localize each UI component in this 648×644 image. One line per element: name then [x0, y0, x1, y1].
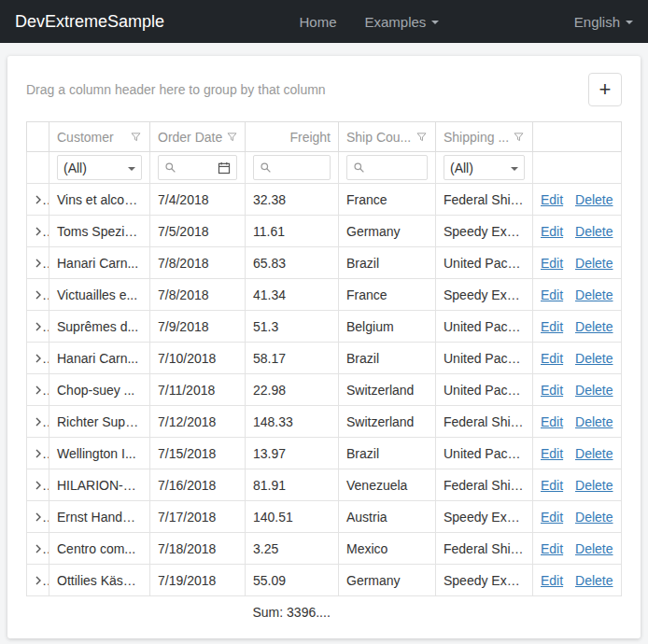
expand-row-cell[interactable] — [27, 501, 49, 533]
nav-item-home[interactable]: Home — [299, 14, 336, 30]
language-selector[interactable]: English — [574, 14, 633, 30]
filter-row: (All) — [27, 152, 622, 184]
column-header-freight[interactable]: Freight — [246, 122, 339, 152]
chevron-down-icon[interactable] — [511, 167, 518, 171]
column-header-ship-country[interactable]: Ship Cou... — [339, 122, 436, 152]
add-row-button[interactable]: + — [588, 73, 622, 106]
delete-link[interactable]: Delete — [575, 256, 613, 271]
delete-link[interactable]: Delete — [575, 541, 613, 556]
edit-link[interactable]: Edit — [541, 319, 563, 334]
chevron-down-icon[interactable] — [128, 167, 135, 171]
chevron-right-icon — [35, 573, 42, 588]
ship-country-filter-input[interactable] — [370, 161, 421, 175]
edit-link[interactable]: Edit — [541, 414, 563, 429]
expand-row-cell[interactable] — [27, 565, 49, 596]
edit-link[interactable]: Edit — [541, 256, 563, 271]
delete-link[interactable]: Delete — [575, 446, 613, 461]
edit-link[interactable]: Edit — [541, 446, 563, 461]
shipping-company-cell: Speedy Expr... — [436, 216, 533, 247]
table-row: Suprêmes d... 7/9/2018 51.3 Belgium Unit… — [27, 311, 622, 343]
chevron-right-icon — [35, 287, 42, 302]
column-header-actions — [533, 122, 622, 152]
customer-cell: Chop-suey ... — [49, 374, 150, 406]
edit-link[interactable]: Edit — [541, 541, 563, 556]
column-caption: Order Date — [158, 130, 222, 145]
header-filter-icon[interactable] — [226, 131, 238, 143]
ship-country-cell: France — [339, 279, 436, 311]
app-brand[interactable]: DevExtremeSample — [15, 12, 164, 32]
column-caption: Freight — [289, 130, 331, 145]
edit-link[interactable]: Edit — [541, 573, 563, 588]
expand-row-cell[interactable] — [27, 311, 49, 343]
delete-link[interactable]: Delete — [575, 573, 613, 588]
delete-link[interactable]: Delete — [575, 478, 613, 493]
expand-row-cell[interactable] — [27, 438, 49, 469]
customer-cell: Hanari Carn... — [49, 247, 150, 279]
freight-filter-editor[interactable] — [253, 155, 331, 180]
ship-country-cell: France — [339, 184, 436, 216]
edit-link[interactable]: Edit — [541, 510, 563, 525]
expand-row-cell[interactable] — [27, 469, 49, 501]
shipping-company-cell: United Pack... — [436, 374, 533, 406]
customer-filter-select[interactable]: (All) — [57, 155, 142, 180]
ship-country-cell: Mexico — [339, 533, 436, 565]
chevron-down-icon — [431, 21, 439, 24]
header-filter-icon[interactable] — [130, 131, 142, 143]
actions-cell: Edit Delete — [533, 533, 622, 565]
nav-links: Home Examples — [164, 14, 574, 30]
customer-cell: Hanari Carn... — [49, 343, 150, 374]
edit-link[interactable]: Edit — [541, 287, 563, 302]
column-header-order-date[interactable]: Order Date — [150, 122, 246, 152]
order-date-filter-input[interactable] — [181, 161, 213, 175]
ship-country-filter-editor[interactable] — [346, 155, 428, 180]
shipping-company-cell: United Pack... — [436, 343, 533, 374]
freight-cell: 11.61 — [246, 216, 339, 247]
order-date-cell: 7/10/2018 — [150, 343, 246, 374]
shipping-filter-select[interactable]: (All) — [444, 155, 525, 180]
freight-filter-input[interactable] — [276, 161, 324, 175]
nav-item-examples-label: Examples — [365, 14, 427, 30]
expand-row-cell[interactable] — [27, 406, 49, 438]
header-filter-icon[interactable] — [513, 131, 525, 143]
expand-row-cell[interactable] — [27, 184, 49, 216]
delete-link[interactable]: Delete — [575, 319, 613, 334]
expand-row-cell[interactable] — [27, 216, 49, 247]
freight-cell: 3.25 — [246, 533, 339, 565]
edit-link[interactable]: Edit — [541, 224, 563, 239]
navbar: DevExtremeSample Home Examples English — [0, 0, 648, 43]
shipping-company-cell: Federal Ship... — [436, 184, 533, 216]
expand-row-cell[interactable] — [27, 343, 49, 374]
expand-row-cell[interactable] — [27, 247, 49, 279]
calendar-icon[interactable] — [218, 161, 231, 175]
customer-cell: Centro com... — [49, 533, 150, 565]
table-row: Centro com... 7/18/2018 3.25 Mexico Fede… — [27, 533, 622, 565]
order-date-filter-editor[interactable] — [158, 155, 237, 180]
order-date-cell: 7/4/2018 — [150, 184, 246, 216]
freight-cell: 41.34 — [246, 279, 339, 311]
edit-link[interactable]: Edit — [541, 351, 563, 366]
edit-link[interactable]: Edit — [541, 383, 563, 398]
edit-link[interactable]: Edit — [541, 478, 563, 493]
delete-link[interactable]: Delete — [575, 192, 613, 207]
edit-link[interactable]: Edit — [541, 192, 563, 207]
column-header-shipping-company[interactable]: Shipping ... — [436, 122, 533, 152]
expand-row-cell[interactable] — [27, 374, 49, 406]
nav-item-examples[interactable]: Examples — [365, 14, 440, 30]
delete-link[interactable]: Delete — [575, 383, 613, 398]
ship-country-cell: Brazil — [339, 247, 436, 279]
delete-link[interactable]: Delete — [575, 351, 613, 366]
customer-cell: Ernst Handel... — [49, 501, 150, 533]
expand-row-cell[interactable] — [27, 279, 49, 311]
delete-link[interactable]: Delete — [575, 510, 613, 525]
delete-link[interactable]: Delete — [575, 414, 613, 429]
column-header-customer[interactable]: Customer — [49, 122, 150, 152]
header-filter-icon[interactable] — [416, 131, 428, 143]
delete-link[interactable]: Delete — [575, 224, 613, 239]
summary-row: Sum: 3396.... — [27, 596, 622, 628]
order-date-cell: 7/16/2018 — [150, 469, 246, 501]
actions-cell: Edit Delete — [533, 311, 622, 343]
expand-row-cell[interactable] — [27, 533, 49, 565]
delete-link[interactable]: Delete — [575, 287, 613, 302]
ship-country-cell: Austria — [339, 501, 436, 533]
column-caption: Customer — [57, 130, 114, 145]
